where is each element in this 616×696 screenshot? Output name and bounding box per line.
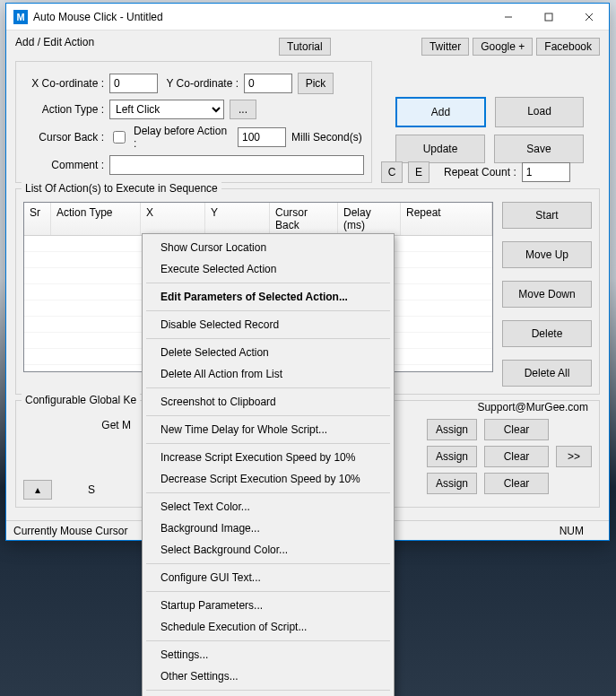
updown-button[interactable]: ▴ [23, 480, 52, 500]
support-link[interactable]: Support@MurGee.com [477, 401, 588, 413]
google-button[interactable]: Google + [473, 38, 533, 56]
moveup-button[interactable]: Move Up [502, 241, 592, 268]
menu-item[interactable]: Background Image... [144, 518, 392, 539]
col-action-type[interactable]: Action Type [51, 203, 141, 235]
menu-separator [146, 591, 390, 592]
menu-item[interactable]: Increase Script Execution Speed by 10% [144, 447, 392, 468]
col-y[interactable]: Y [205, 203, 270, 235]
maximize-button[interactable] [528, 4, 568, 30]
save-button[interactable]: Save [494, 135, 584, 163]
action-type-select[interactable]: Left Click [109, 100, 224, 119]
assign-button-2[interactable]: Assign [427, 446, 477, 467]
menu-item[interactable]: Select Text Color... [144, 496, 392, 518]
col-x[interactable]: X [141, 203, 205, 235]
s-label: S [88, 483, 95, 496]
cursor-back-label: Cursor Back : [23, 131, 104, 144]
add-edit-group: X Co-ordinate : Y Co-ordinate : Pick Act… [15, 61, 372, 183]
menu-separator [146, 690, 390, 691]
main-button-column: Add Load Update Save [395, 97, 584, 163]
window-title: Auto Mouse Click - Untitled [33, 11, 488, 23]
menu-separator [146, 415, 390, 416]
config-legend: Configurable Global Ke [22, 394, 140, 406]
menu-item[interactable]: Startup Parameters... [144, 595, 392, 616]
svg-rect-1 [545, 13, 552, 21]
more-button[interactable]: >> [556, 446, 592, 467]
menu-separator [146, 563, 390, 564]
repeat-count-label: Repeat Count : [444, 166, 516, 178]
assign-button-1[interactable]: Assign [427, 419, 477, 440]
movedown-button[interactable]: Move Down [502, 281, 592, 308]
c-button[interactable]: C [381, 161, 403, 183]
y-coord-label: Y Co-ordinate : [163, 77, 239, 90]
delete-button[interactable]: Delete [502, 320, 592, 347]
repeat-count-input[interactable] [522, 162, 570, 182]
menu-separator [146, 310, 390, 311]
delay-units-label: Milli Second(s) [291, 131, 362, 144]
menu-separator [146, 492, 390, 493]
x-coord-input[interactable] [109, 74, 158, 93]
start-button[interactable]: Start [502, 202, 592, 229]
col-cursor-back[interactable]: Cursor Back [270, 203, 338, 235]
action-type-label: Action Type : [23, 103, 104, 116]
context-menu: Show Cursor LocationExecute Selected Act… [142, 233, 395, 696]
menu-separator [146, 283, 390, 283]
table-header: Sr Action Type X Y Cursor Back Delay (ms… [24, 203, 492, 236]
app-icon: M [13, 10, 28, 24]
menu-item[interactable]: Disable Selected Record [144, 314, 392, 335]
menu-item[interactable]: Show Cursor Location [144, 237, 392, 258]
menu-item[interactable]: Schedule Execution of Script... [144, 616, 392, 638]
action-list-legend: List Of Action(s) to Execute in Sequence [22, 182, 221, 195]
update-button[interactable]: Update [395, 135, 485, 163]
minimize-button[interactable] [488, 4, 528, 30]
e-button[interactable]: E [408, 161, 429, 183]
delay-label: Delay before Action : [134, 125, 232, 150]
status-left: Currently Mouse Cursor [13, 525, 127, 537]
add-edit-legend: Add / Edit Action [15, 36, 94, 54]
menu-separator [146, 640, 390, 641]
add-button[interactable]: Add [395, 97, 486, 127]
menu-item[interactable]: Select Background Color... [144, 539, 392, 561]
col-repeat[interactable]: Repeat [401, 203, 492, 235]
y-coord-input[interactable] [244, 74, 292, 93]
menu-item[interactable]: Other Settings... [144, 666, 392, 687]
col-delay[interactable]: Delay (ms) [338, 203, 401, 235]
cursor-back-checkbox[interactable] [113, 131, 126, 144]
menu-item[interactable]: Screenshot to Clipboard [144, 391, 392, 413]
action-type-more-button[interactable]: ... [230, 100, 256, 119]
assign-button-3[interactable]: Assign [427, 473, 477, 494]
clear-button-2[interactable]: Clear [484, 446, 549, 467]
status-numlock: NUM [560, 525, 584, 537]
comment-label: Comment : [23, 159, 104, 171]
deleteall-button[interactable]: Delete All [502, 360, 592, 387]
comment-input[interactable] [109, 155, 364, 175]
menu-item[interactable]: Delete All Action from List [144, 363, 392, 385]
facebook-button[interactable]: Facebook [536, 38, 600, 56]
load-button[interactable]: Load [495, 97, 584, 127]
titlebar: M Auto Mouse Click - Untitled [6, 4, 609, 30]
menu-item[interactable]: Decrease Script Execution Speed by 10% [144, 468, 392, 490]
menu-item[interactable]: Settings... [144, 644, 392, 666]
delay-input[interactable] [238, 127, 286, 147]
close-button[interactable] [568, 4, 609, 30]
clear-button-1[interactable]: Clear [484, 419, 549, 440]
menu-separator [146, 387, 390, 388]
col-sr[interactable]: Sr [24, 203, 51, 235]
menu-separator [146, 338, 390, 339]
menu-item[interactable]: Execute Selected Action [144, 258, 392, 280]
x-coord-label: X Co-ordinate : [23, 77, 104, 90]
menu-item[interactable]: New Time Delay for Whole Script... [144, 419, 392, 440]
menu-separator [146, 443, 390, 444]
menu-item[interactable]: Edit Parameters of Selected Action... [144, 286, 392, 308]
get-m-label: Get M [23, 419, 131, 431]
menu-item[interactable]: Delete Selected Action [144, 342, 392, 363]
tutorial-button[interactable]: Tutorial [279, 38, 331, 56]
clear-button-3[interactable]: Clear [484, 473, 549, 494]
pick-button[interactable]: Pick [298, 73, 334, 94]
menu-item[interactable]: Configure GUI Text... [144, 567, 392, 588]
twitter-button[interactable]: Twitter [421, 38, 469, 56]
